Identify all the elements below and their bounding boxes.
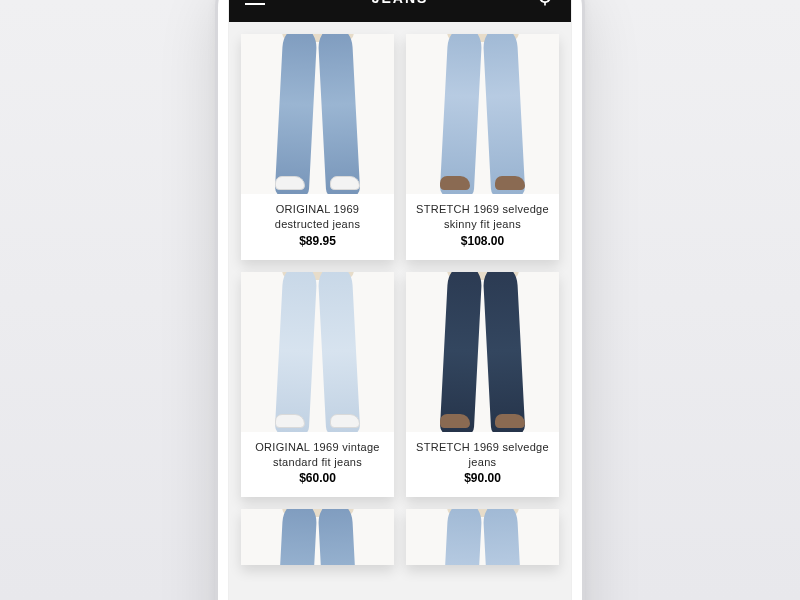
product-info: ORIGINAL 1969 vintage standard fit jeans… bbox=[241, 432, 394, 498]
menu-icon[interactable] bbox=[245, 0, 265, 5]
product-info: ORIGINAL 1969 destructed jeans $89.95 bbox=[241, 194, 394, 260]
product-price: $90.00 bbox=[412, 471, 553, 485]
screen: JEANS ORIGINAL 1969 destructed jeans $89… bbox=[228, 0, 572, 600]
product-image bbox=[406, 272, 559, 432]
product-image bbox=[241, 509, 394, 565]
product-card[interactable] bbox=[241, 509, 394, 565]
product-name: STRETCH 1969 selvedge skinny fit jeans bbox=[412, 202, 553, 232]
product-price: $108.00 bbox=[412, 234, 553, 248]
product-image bbox=[241, 34, 394, 194]
product-name: ORIGINAL 1969 vintage standard fit jeans bbox=[247, 440, 388, 470]
product-card[interactable] bbox=[406, 509, 559, 565]
product-price: $89.95 bbox=[247, 234, 388, 248]
product-grid-container: ORIGINAL 1969 destructed jeans $89.95 ST… bbox=[229, 22, 571, 600]
product-name: STRETCH 1969 selvedge jeans bbox=[412, 440, 553, 470]
product-card[interactable]: STRETCH 1969 selvedge skinny fit jeans $… bbox=[406, 34, 559, 260]
microphone-icon[interactable] bbox=[535, 0, 555, 8]
product-image bbox=[406, 509, 559, 565]
product-name: ORIGINAL 1969 destructed jeans bbox=[247, 202, 388, 232]
product-price: $60.00 bbox=[247, 471, 388, 485]
product-card[interactable]: STRETCH 1969 selvedge jeans $90.00 bbox=[406, 272, 559, 498]
product-image bbox=[241, 272, 394, 432]
product-grid: ORIGINAL 1969 destructed jeans $89.95 ST… bbox=[241, 34, 559, 565]
app-header: JEANS bbox=[229, 0, 571, 22]
product-info: STRETCH 1969 selvedge skinny fit jeans $… bbox=[406, 194, 559, 260]
product-card[interactable]: ORIGINAL 1969 destructed jeans $89.95 bbox=[241, 34, 394, 260]
product-info: STRETCH 1969 selvedge jeans $90.00 bbox=[406, 432, 559, 498]
product-card[interactable]: ORIGINAL 1969 vintage standard fit jeans… bbox=[241, 272, 394, 498]
phone-frame: JEANS ORIGINAL 1969 destructed jeans $89… bbox=[215, 0, 585, 600]
product-image bbox=[406, 34, 559, 194]
page-title: JEANS bbox=[372, 0, 429, 6]
